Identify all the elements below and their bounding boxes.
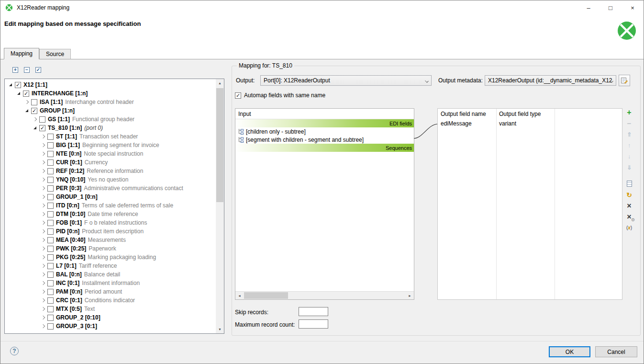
expand-arrow-icon[interactable] bbox=[39, 236, 47, 244]
tree-item-checkbox[interactable] bbox=[31, 108, 37, 114]
tree-item-checkbox[interactable] bbox=[47, 315, 54, 321]
expand-arrow-icon[interactable] bbox=[39, 313, 47, 322]
expand-arrow-icon[interactable] bbox=[39, 262, 47, 270]
input-hscrollbar-thumb[interactable] bbox=[244, 292, 288, 299]
help-button[interactable]: ? bbox=[10, 347, 19, 355]
tree-row[interactable]: PAM [0:n]Period amount bbox=[5, 287, 216, 296]
tree-item-checkbox[interactable] bbox=[47, 228, 54, 235]
tab-mapping[interactable]: Mapping bbox=[4, 48, 39, 59]
tree-row[interactable]: GROUP_3 [0:1] bbox=[5, 322, 216, 330]
tree-item-checkbox[interactable] bbox=[39, 116, 45, 123]
tree-item-checkbox[interactable] bbox=[23, 91, 29, 97]
expand-arrow-icon[interactable] bbox=[39, 270, 47, 279]
tree-row[interactable]: INTERCHANGE [1:n] bbox=[5, 89, 216, 98]
expand-arrow-icon[interactable] bbox=[39, 175, 47, 184]
expand-arrow-icon[interactable] bbox=[31, 115, 39, 124]
tree-row[interactable]: CUR [0:1]Currency bbox=[5, 158, 216, 167]
clear-mapping-button[interactable]: × bbox=[624, 201, 634, 210]
tree-row[interactable]: GROUP [1:n] bbox=[5, 106, 216, 115]
clear-auto-mapping-button[interactable]: ×⚙ bbox=[624, 212, 634, 221]
collapse-arrow-icon[interactable] bbox=[15, 89, 22, 98]
tree-scrollbar-thumb[interactable] bbox=[216, 88, 223, 202]
tree-row[interactable]: YNQ [0:10]Yes no question bbox=[5, 175, 216, 184]
tree-row[interactable]: ITD [0:n]Terms of sale deferred terms of… bbox=[5, 201, 216, 210]
collapse-arrow-icon[interactable] bbox=[31, 124, 39, 132]
expand-arrow-icon[interactable] bbox=[39, 253, 47, 262]
tree-item-checkbox[interactable] bbox=[31, 99, 37, 105]
tree-item-checkbox[interactable] bbox=[47, 142, 54, 148]
output-table-row[interactable]: ediMessagevariant bbox=[438, 119, 622, 127]
tree-row[interactable]: GROUP_1 [0:n] bbox=[5, 193, 216, 201]
expand-arrow-icon[interactable] bbox=[39, 184, 47, 193]
tree-item-checkbox[interactable] bbox=[47, 323, 54, 330]
expand-arrow-icon[interactable] bbox=[39, 279, 47, 287]
tree-row[interactable]: GS [1:1]Functional group header bbox=[5, 115, 216, 124]
collapse-all-button[interactable]: − bbox=[22, 66, 31, 74]
tree-row[interactable]: MEA [0:40]Measurements bbox=[5, 236, 216, 244]
tree-row[interactable]: BAL [0:n]Balance detail bbox=[5, 270, 216, 279]
close-button[interactable]: × bbox=[622, 0, 644, 15]
ok-button[interactable]: OK bbox=[549, 346, 590, 357]
tree-item-checkbox[interactable] bbox=[47, 211, 54, 217]
tree-item-checkbox[interactable] bbox=[47, 159, 54, 166]
output-port-combo[interactable]: Port[0]: X12ReaderOutput bbox=[260, 75, 432, 86]
tab-source[interactable]: Source bbox=[39, 49, 71, 59]
tree-item-checkbox[interactable] bbox=[47, 263, 54, 269]
expand-arrow-icon[interactable] bbox=[39, 296, 47, 305]
tree-item-checkbox[interactable] bbox=[47, 297, 54, 304]
expand-arrow-icon[interactable] bbox=[39, 218, 47, 227]
tree-item-checkbox[interactable] bbox=[47, 289, 54, 295]
tree-row[interactable]: PER [0:3]Administrative communications c… bbox=[5, 184, 216, 193]
tree-row[interactable]: PID [0:n]Product item description bbox=[5, 227, 216, 236]
cancel-button[interactable]: Cancel bbox=[595, 346, 637, 357]
tree-row[interactable]: L7 [0:1]Tariff reference bbox=[5, 262, 216, 270]
scroll-down-icon[interactable]: ▼ bbox=[216, 325, 224, 333]
tree-row[interactable]: ISA [1:1]Interchange control header bbox=[5, 98, 216, 106]
tree-item-checkbox[interactable] bbox=[47, 246, 54, 252]
scroll-up-icon[interactable]: ▲ bbox=[216, 79, 224, 87]
maximize-button[interactable]: □ bbox=[600, 0, 622, 15]
minimize-button[interactable]: – bbox=[577, 0, 600, 15]
check-all-button[interactable]: ✓ bbox=[34, 66, 43, 74]
tree-row[interactable]: NTE [0:n]Note special instruction bbox=[5, 149, 216, 158]
tree-row[interactable]: PKG [0:25]Marking packaging loading bbox=[5, 253, 216, 262]
expand-arrow-icon[interactable] bbox=[39, 167, 47, 175]
expand-arrow-icon[interactable] bbox=[39, 201, 47, 210]
expand-arrow-icon[interactable] bbox=[39, 227, 47, 236]
tree-item-checkbox[interactable] bbox=[47, 194, 54, 200]
expand-all-button[interactable]: + bbox=[11, 66, 20, 74]
collapse-arrow-icon[interactable] bbox=[7, 80, 14, 89]
tree-item-checkbox[interactable] bbox=[47, 185, 54, 192]
expand-arrow-icon[interactable] bbox=[39, 322, 47, 330]
expand-arrow-icon[interactable] bbox=[39, 132, 47, 141]
tree-row[interactable]: BIG [1:1]Beginning segment for invoice bbox=[5, 141, 216, 149]
edit-mapping-button[interactable] bbox=[624, 179, 634, 188]
expand-arrow-icon[interactable] bbox=[39, 141, 47, 149]
tree-row[interactable]: PWK [0:25]Paperwork bbox=[5, 244, 216, 253]
tree-row[interactable]: MTX [0:5]Text bbox=[5, 305, 216, 313]
tree-row[interactable]: DTM [0:10]Date time reference bbox=[5, 210, 216, 218]
expand-arrow-icon[interactable] bbox=[39, 210, 47, 218]
tree-row[interactable]: FOB [0:1]F o b related instructions bbox=[5, 218, 216, 227]
max-record-count-input[interactable] bbox=[299, 319, 328, 329]
expression-button[interactable]: (x) bbox=[624, 223, 634, 232]
tree-item-checkbox[interactable] bbox=[47, 272, 54, 278]
tree-item-checkbox[interactable] bbox=[47, 254, 54, 261]
edit-metadata-button[interactable] bbox=[619, 75, 630, 86]
tree-item-checkbox[interactable] bbox=[47, 177, 54, 183]
tree-item-checkbox[interactable] bbox=[47, 151, 54, 157]
tree-row[interactable]: GROUP_2 [0:10] bbox=[5, 313, 216, 322]
expand-arrow-icon[interactable] bbox=[39, 149, 47, 158]
expand-arrow-icon[interactable] bbox=[39, 193, 47, 201]
tree-item-checkbox[interactable] bbox=[47, 237, 54, 243]
add-field-button[interactable]: + bbox=[624, 108, 634, 117]
scroll-right-icon[interactable]: ► bbox=[406, 292, 414, 300]
tree-row[interactable]: X12 [1:1] bbox=[5, 80, 216, 89]
automap-checkbox[interactable] bbox=[235, 92, 241, 99]
input-field-item[interactable]: [segment with children - segment and sub… bbox=[235, 136, 414, 144]
tree-item-checkbox[interactable] bbox=[47, 280, 54, 286]
input-field-item[interactable]: [children only - subtree] bbox=[235, 127, 414, 136]
tree-scrollbar[interactable]: ▲ ▼ bbox=[216, 79, 224, 333]
expand-arrow-icon[interactable] bbox=[39, 287, 47, 296]
expand-arrow-icon[interactable] bbox=[39, 158, 47, 167]
